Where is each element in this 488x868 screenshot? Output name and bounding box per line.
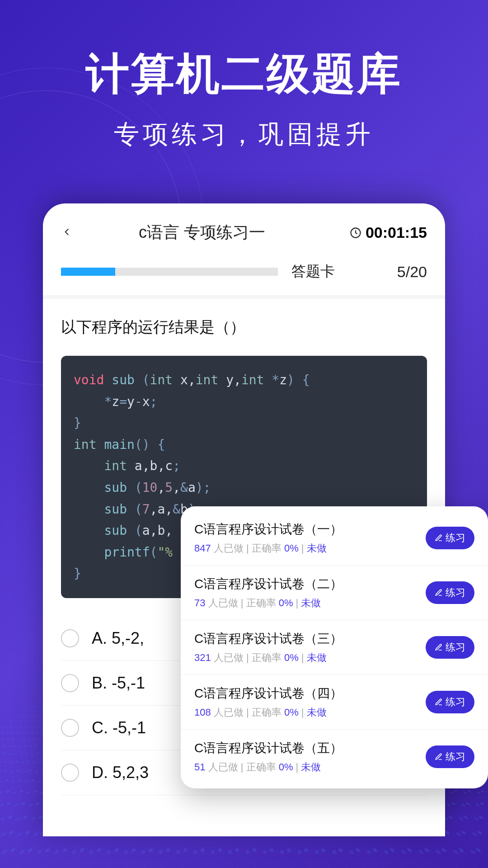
papers-overlay: C语言程序设计试卷（一） 847 人已做 | 正确率 0% | 未做 练习 C语… [181, 506, 488, 788]
page-title: c语言 专项练习一 [55, 222, 349, 244]
edit-icon [435, 534, 443, 542]
paper-title: C语言程序设计试卷（二） [194, 576, 426, 593]
radio-icon [61, 629, 79, 647]
progress-count: 5/20 [397, 263, 427, 281]
progress-fill [61, 268, 115, 276]
option-label: D. 5,2,3 [92, 763, 149, 782]
option-label: B. -5,-1 [92, 674, 145, 693]
paper-item[interactable]: C语言程序设计试卷（三） 321 人已做 | 正确率 0% | 未做 练习 [181, 620, 488, 675]
question-text: 以下程序的运行结果是（） [43, 299, 445, 356]
clock-icon [349, 226, 362, 239]
paper-item[interactable]: C语言程序设计试卷（五） 51 人已做 | 正确率 0% | 未做 练习 [181, 730, 488, 784]
practice-button[interactable]: 练习 [426, 691, 474, 713]
option-label: A. 5,-2, [92, 629, 144, 648]
progress-row: 答题卡 5/20 [43, 253, 445, 299]
paper-title: C语言程序设计试卷（五） [194, 740, 426, 757]
edit-icon [435, 753, 443, 761]
edit-icon [435, 698, 443, 706]
practice-button[interactable]: 练习 [426, 636, 474, 659]
paper-meta: 847 人已做 | 正确率 0% | 未做 [194, 542, 426, 555]
hero-subtitle: 专项练习，巩固提升 [0, 118, 488, 152]
hero-banner: 计算机二级题库 专项练习，巩固提升 [0, 0, 488, 152]
paper-title: C语言程序设计试卷（四） [194, 685, 426, 702]
edit-icon [435, 589, 443, 597]
paper-meta: 73 人已做 | 正确率 0% | 未做 [194, 596, 426, 610]
answer-card-button[interactable]: 答题卡 [291, 262, 335, 282]
practice-button[interactable]: 练习 [426, 745, 474, 768]
radio-icon [61, 764, 79, 782]
practice-button[interactable]: 练习 [426, 581, 474, 604]
timer: 00:01:15 [349, 224, 427, 241]
paper-item[interactable]: C语言程序设计试卷（一） 847 人已做 | 正确率 0% | 未做 练习 [181, 511, 488, 566]
paper-meta: 321 人已做 | 正确率 0% | 未做 [194, 651, 426, 665]
paper-meta: 108 人已做 | 正确率 0% | 未做 [194, 706, 426, 719]
edit-icon [435, 643, 443, 651]
radio-icon [61, 674, 79, 692]
progress-bar [61, 268, 278, 276]
paper-meta: 51 人已做 | 正确率 0% | 未做 [194, 760, 426, 774]
paper-item[interactable]: C语言程序设计试卷（四） 108 人已做 | 正确率 0% | 未做 练习 [181, 675, 488, 730]
option-label: C. -5,-1 [92, 718, 146, 737]
radio-icon [61, 719, 79, 737]
timer-value: 00:01:15 [366, 224, 427, 241]
hero-title: 计算机二级题库 [0, 45, 488, 104]
practice-button[interactable]: 练习 [426, 527, 474, 549]
topbar: c语言 专项练习一 00:01:15 [43, 203, 445, 253]
paper-title: C语言程序设计试卷（一） [194, 521, 426, 538]
paper-item[interactable]: C语言程序设计试卷（二） 73 人已做 | 正确率 0% | 未做 练习 [181, 566, 488, 620]
paper-title: C语言程序设计试卷（三） [194, 630, 426, 647]
